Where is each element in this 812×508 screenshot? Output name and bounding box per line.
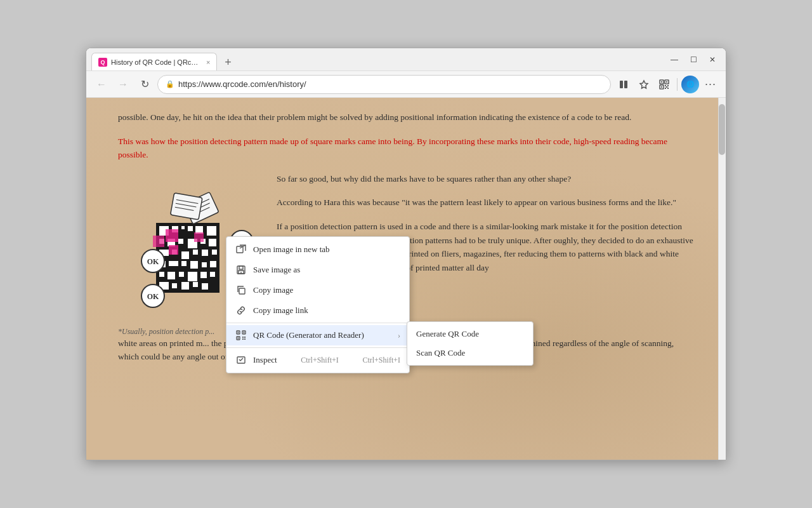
svg-rect-49 (193, 282, 198, 287)
svg-rect-81 (238, 338, 239, 339)
window-controls: — ☐ ✕ (666, 51, 721, 68)
svg-rect-42 (179, 272, 184, 277)
svg-rect-45 (210, 272, 215, 277)
tab-title: History of QR Code | QRcode.co... (111, 58, 200, 66)
right-text2: According to Hara this was because "it w… (277, 196, 694, 210)
svg-rect-36 (181, 261, 187, 266)
new-tab-button[interactable]: + (219, 54, 236, 70)
menu-item-qr-code[interactable]: QR Code (Generator and Reader) › (226, 325, 409, 345)
page-content: possible. One day, he hit on the idea th… (86, 98, 726, 460)
svg-rect-10 (667, 85, 669, 86)
close-button[interactable]: ✕ (704, 51, 721, 68)
inspect-shortcut-text: Ctrl+Shift+I (362, 356, 400, 365)
qr-code-left: QR Code (Generator and Reader) (235, 330, 364, 341)
svg-rect-32 (202, 250, 208, 256)
svg-rect-73 (239, 266, 243, 269)
security-icon: 🔒 (166, 80, 174, 88)
menu-item-copy-image-link[interactable]: Copy image link (226, 300, 409, 321)
menu-item-open-new-tab[interactable]: Open image in new tab (226, 239, 409, 260)
svg-rect-33 (212, 250, 217, 255)
svg-rect-39 (210, 261, 216, 267)
inspect-icon (235, 354, 247, 366)
svg-rect-84 (242, 338, 244, 340)
svg-rect-8 (661, 86, 662, 88)
qr-button[interactable] (655, 76, 673, 93)
url-text: https://www.qrcode.com/en/history/ (178, 79, 603, 89)
favorite-button[interactable] (635, 76, 653, 93)
svg-rect-40 (159, 272, 164, 277)
forward-button[interactable]: → (114, 76, 132, 93)
svg-rect-79 (244, 332, 245, 333)
svg-rect-83 (244, 337, 246, 338)
address-bar[interactable]: 🔒 https://www.qrcode.com/en/history/ (157, 75, 611, 94)
svg-rect-47 (172, 283, 177, 288)
menu-label-qr-code: QR Code (Generator and Reader) (253, 330, 364, 340)
refresh-button[interactable]: ↻ (136, 76, 154, 93)
svg-rect-44 (200, 272, 207, 278)
title-bar: Q History of QR Code | QRcode.co... × + … (86, 48, 726, 71)
menu-label-copy-image-link: Copy image link (253, 305, 308, 316)
browser-window: Q History of QR Code | QRcode.co... × + … (86, 48, 726, 460)
sub-menu-item-scan[interactable]: Scan QR Code (407, 344, 533, 363)
tab-close-button[interactable]: × (206, 58, 210, 66)
svg-rect-4 (661, 81, 662, 83)
menu-item-save-image[interactable]: Save image as (226, 260, 409, 280)
maximize-button[interactable]: ☐ (685, 51, 702, 68)
svg-rect-48 (181, 282, 189, 290)
menu-item-copy-image[interactable]: Copy image (226, 280, 409, 300)
svg-rect-18 (181, 226, 185, 229)
paragraph2: This was how the position detecting patt… (118, 135, 694, 162)
svg-rect-51 (166, 229, 178, 242)
paragraph1: possible. One day, he hit on the idea th… (118, 110, 694, 124)
scrollbar-thumb[interactable] (719, 104, 725, 155)
submenu-chevron-icon: › (398, 331, 400, 340)
svg-rect-53 (169, 245, 178, 255)
sub-menu-item-generate[interactable]: Generate QR Code (407, 324, 533, 344)
profile-button[interactable]: 🌐 (681, 76, 699, 93)
copy-icon (235, 284, 247, 296)
svg-rect-50 (202, 283, 208, 290)
nav-icon-group: 🌐 ··· (615, 76, 719, 93)
nav-divider (677, 78, 678, 91)
svg-text:OK: OK (147, 292, 159, 301)
back-button[interactable]: ← (93, 76, 110, 93)
svg-rect-43 (188, 272, 197, 281)
open-tab-icon (235, 244, 247, 255)
svg-rect-31 (193, 250, 198, 255)
svg-rect-67 (171, 192, 202, 219)
svg-marker-2 (640, 81, 648, 88)
menu-button[interactable]: ··· (702, 76, 719, 93)
svg-rect-6 (666, 81, 667, 83)
svg-rect-24 (178, 239, 183, 244)
menu-label-copy-image: Copy image (253, 285, 293, 295)
svg-rect-82 (242, 337, 244, 338)
svg-rect-9 (665, 85, 666, 86)
tab-favicon: Q (98, 58, 107, 67)
qr-code-icon (235, 330, 247, 341)
svg-rect-19 (188, 226, 193, 231)
link-icon (235, 305, 247, 316)
svg-rect-77 (238, 332, 239, 333)
save-icon (235, 264, 247, 276)
svg-rect-35 (169, 261, 178, 266)
menu-label-open-new-tab: Open image in new tab (253, 244, 330, 255)
svg-rect-38 (202, 262, 207, 267)
scrollbar[interactable] (718, 98, 726, 460)
read-mode-button[interactable] (615, 76, 632, 93)
context-menu: Open image in new tab Save image as (226, 236, 410, 373)
menu-label-inspect: Inspect (253, 355, 277, 365)
menu-label-save-image: Save image as (253, 265, 300, 275)
sub-menu: Generate QR Code Scan QR Code (407, 321, 534, 366)
active-tab[interactable]: Q History of QR Code | QRcode.co... × (91, 53, 217, 70)
tab-bar: Q History of QR Code | QRcode.co... × + (91, 48, 661, 70)
svg-rect-13 (666, 86, 667, 88)
svg-rect-75 (239, 288, 245, 294)
navigation-bar: ← → ↻ 🔒 https://www.qrcode.com/en/histor… (86, 71, 726, 98)
svg-rect-12 (667, 88, 669, 89)
svg-rect-41 (167, 272, 175, 279)
minimize-button[interactable]: — (666, 51, 683, 68)
svg-rect-11 (665, 88, 666, 89)
svg-rect-54 (194, 232, 204, 242)
svg-rect-85 (244, 338, 246, 340)
menu-item-inspect[interactable]: Inspect Ctrl+Shift+I Ctrl+Shift+I (226, 350, 409, 370)
